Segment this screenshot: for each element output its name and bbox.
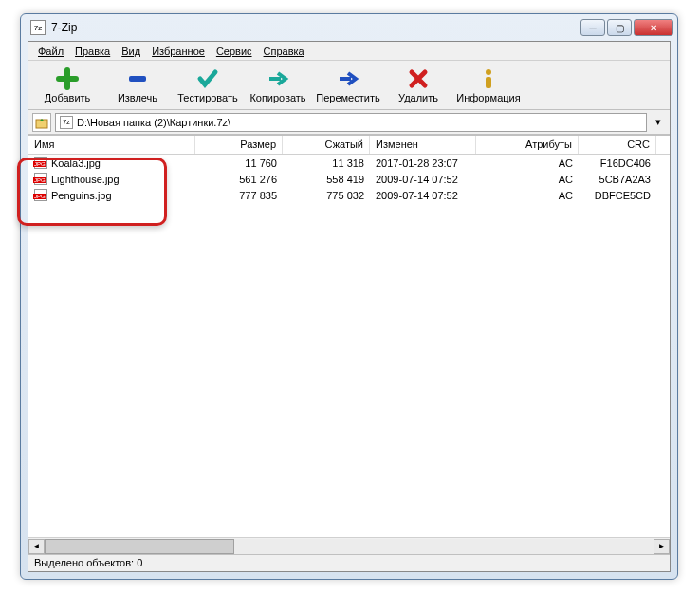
extract-button[interactable]: Извлечь [102,63,173,108]
client-area: Файл Правка Вид Избранное Сервис Справка… [28,41,671,572]
scroll-track[interactable] [45,539,654,554]
file-rows: Koala3.jpg11 76011 3182017-01-28 23:07AC… [28,155,670,203]
file-packed: 11 318 [283,157,370,170]
delete-x-icon [407,67,430,90]
archive-icon: 7z [60,116,73,129]
file-attributes: AC [476,173,579,186]
table-row[interactable]: Penguins.jpg777 835775 0322009-07-14 07:… [28,187,670,203]
jpg-icon [34,189,47,201]
address-dropdown[interactable]: ▾ [651,113,666,132]
maximize-button[interactable]: ▢ [607,19,632,36]
menubar: Файл Правка Вид Избранное Сервис Справка [28,42,670,61]
titlebar[interactable]: 7z 7-Zip ─ ▢ ✕ [21,14,677,41]
status-text: Выделено объектов: 0 [34,557,142,568]
close-button[interactable]: ✕ [634,19,673,36]
file-size: 561 276 [195,173,283,186]
move-button[interactable]: Переместить [313,63,383,108]
scroll-thumb[interactable] [45,539,234,554]
header-packed[interactable]: Сжатый [283,136,370,154]
file-packed: 558 419 [283,173,370,186]
svg-rect-2 [486,77,491,88]
file-attributes: AC [476,189,579,202]
file-crc: 5CB7A2A3 [579,173,656,186]
folder-up-icon [35,116,48,129]
address-bar: 7z D:\Новая папка (2)\Картинки.7z\ ▾ [28,110,670,135]
header-modified[interactable]: Изменен [370,136,476,154]
header-crc[interactable]: CRC [579,136,656,154]
window-title: 7-Zip [51,21,580,34]
copy-button[interactable]: Копировать [243,63,313,108]
delete-button[interactable]: Удалить [383,63,453,108]
menu-favorites[interactable]: Избранное [146,44,211,59]
column-headers: Имя Размер Сжатый Изменен Атрибуты CRC [28,136,670,155]
svg-rect-0 [129,76,146,82]
jpg-icon [34,157,47,169]
file-name: Lighthouse.jpg [51,174,120,185]
menu-tools[interactable]: Сервис [211,44,258,59]
info-button[interactable]: Информация [453,63,524,108]
menu-view[interactable]: Вид [116,44,146,59]
up-button[interactable] [32,113,51,132]
file-packed: 775 032 [283,189,370,202]
table-row[interactable]: Lighthouse.jpg561 276558 4192009-07-14 0… [28,171,670,187]
plus-icon [56,67,79,90]
file-modified: 2017-01-28 23:07 [370,157,476,170]
file-size: 11 760 [195,157,283,170]
file-list: Имя Размер Сжатый Изменен Атрибуты CRC K… [28,135,670,537]
menu-edit[interactable]: Правка [69,44,116,59]
address-path: D:\Новая папка (2)\Картинки.7z\ [77,117,230,128]
menu-help[interactable]: Справка [258,44,310,59]
app-window: 7z 7-Zip ─ ▢ ✕ Файл Правка Вид Избранное… [20,13,678,580]
header-size[interactable]: Размер [195,136,283,154]
move-arrow-icon [337,67,359,90]
file-crc: F16DC406 [579,157,656,170]
file-size: 777 835 [195,189,283,202]
table-row[interactable]: Koala3.jpg11 76011 3182017-01-28 23:07AC… [28,155,670,171]
test-button[interactable]: Тестировать [173,63,243,108]
file-attributes: AC [476,157,579,170]
add-button[interactable]: Добавить [32,63,102,108]
header-name[interactable]: Имя [28,136,195,154]
toolbar: Добавить Извлечь Тестировать Копировать … [28,61,670,110]
horizontal-scrollbar: ◄ ► [28,537,670,554]
menu-file[interactable]: Файл [32,44,69,59]
status-bar: Выделено объектов: 0 [28,554,670,571]
file-modified: 2009-07-14 07:52 [370,189,476,202]
svg-point-1 [486,69,491,75]
header-attributes[interactable]: Атрибуты [476,136,579,154]
copy-arrow-icon [267,67,289,90]
file-name: Koala3.jpg [51,158,101,169]
file-modified: 2009-07-14 07:52 [370,173,476,186]
minus-icon [126,67,149,90]
scroll-right-button[interactable]: ► [654,539,670,554]
info-icon [477,67,500,90]
minimize-button[interactable]: ─ [580,19,605,36]
file-name: Penguins.jpg [51,190,112,201]
app-icon: 7z [30,20,46,35]
scroll-left-button[interactable]: ◄ [28,539,45,554]
check-icon [196,67,219,90]
jpg-icon [34,173,47,185]
address-input[interactable]: 7z D:\Новая папка (2)\Картинки.7z\ [55,113,647,132]
file-crc: DBFCE5CD [579,189,656,202]
